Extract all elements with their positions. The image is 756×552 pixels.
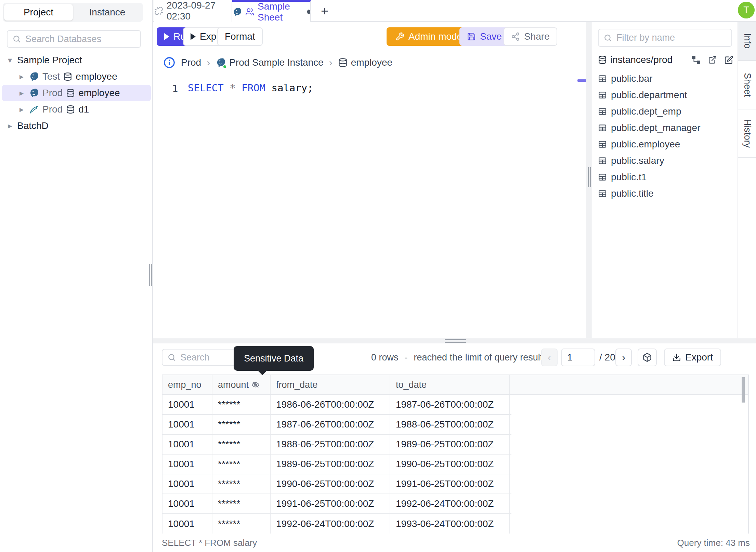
grid-scrollbar-thumb[interactable]: [742, 377, 745, 403]
cell[interactable]: 10001: [162, 415, 212, 434]
caret-right-icon[interactable]: ▸: [18, 105, 25, 114]
eye-off-icon[interactable]: [251, 381, 260, 389]
instance-label: Prod Sample Instance: [229, 57, 324, 68]
cell[interactable]: ******: [212, 415, 271, 434]
cell[interactable]: 1991-06-25T00:00:00Z: [390, 474, 510, 494]
export-button[interactable]: Export: [664, 349, 721, 366]
table-filter[interactable]: [598, 29, 732, 47]
cell[interactable]: ******: [212, 474, 271, 494]
tab-instance[interactable]: Instance: [73, 4, 142, 21]
cell[interactable]: ******: [212, 455, 271, 474]
tree-item-prod-d1[interactable]: ▸ Prod d1: [0, 101, 153, 118]
edit-icon[interactable]: [725, 55, 733, 64]
schema-diagram-icon[interactable]: [692, 55, 701, 64]
cell[interactable]: 1992-06-24T00:00:00Z: [271, 514, 390, 534]
table-filter-input[interactable]: [616, 32, 727, 43]
cell[interactable]: ******: [212, 494, 271, 513]
table-list-item[interactable]: public.department: [592, 87, 738, 103]
tab-sample-sheet[interactable]: Sample Sheet: [232, 0, 311, 22]
tree-item-sample-project[interactable]: ▾ Sample Project: [0, 52, 153, 68]
database-search-input[interactable]: [25, 34, 135, 44]
cell[interactable]: 1987-06-26T00:00:00Z: [271, 415, 390, 434]
tab-project[interactable]: Project: [4, 4, 73, 21]
share-button[interactable]: Share: [504, 27, 557, 46]
breadcrumb-database[interactable]: employee: [338, 57, 392, 68]
column-header[interactable]: from_date: [271, 375, 390, 394]
avatar[interactable]: T: [738, 2, 755, 18]
caret-right-icon[interactable]: ▸: [18, 72, 25, 81]
cell[interactable]: 1991-06-25T00:00:00Z: [271, 494, 390, 513]
database-search[interactable]: [7, 30, 141, 48]
format-label: Format: [225, 31, 255, 42]
sidebar-resize-handle[interactable]: [149, 264, 152, 286]
cell[interactable]: ******: [212, 514, 271, 534]
chevron-right-icon: ›: [329, 57, 333, 68]
cell[interactable]: 10001: [162, 395, 212, 414]
info-icon[interactable]: [163, 56, 175, 69]
cell[interactable]: 10001: [162, 514, 212, 534]
table-icon: [598, 189, 607, 198]
breadcrumb-instance[interactable]: Prod Sample Instance: [216, 57, 324, 68]
sql-editor[interactable]: 1 SELECT * FROM salary;: [153, 74, 586, 338]
query-time: Query time: 43 ms: [677, 538, 750, 548]
database-label: employee: [76, 71, 117, 82]
cell[interactable]: 1988-06-25T00:00:00Z: [271, 435, 390, 454]
cell[interactable]: 1990-06-25T00:00:00Z: [271, 474, 390, 494]
cell[interactable]: ******: [212, 395, 271, 414]
column-header[interactable]: to_date: [390, 375, 510, 394]
column-header[interactable]: amount: [212, 375, 271, 394]
breadcrumb-environment[interactable]: Prod: [181, 57, 201, 68]
tab-unsaved-sheet[interactable]: 2023-09-27 02:30: [154, 0, 232, 22]
cell[interactable]: ******: [212, 435, 271, 454]
cell[interactable]: 10001: [162, 494, 212, 513]
save-button[interactable]: Save: [459, 27, 509, 46]
caret-right-icon[interactable]: ▸: [6, 121, 14, 131]
cell[interactable]: 1993-06-24T00:00:00Z: [390, 514, 510, 534]
table-list-item[interactable]: public.dept_manager: [592, 120, 738, 136]
cell[interactable]: 1989-06-25T00:00:00Z: [271, 455, 390, 474]
caret-down-icon[interactable]: ▾: [6, 55, 14, 65]
format-button[interactable]: Format: [217, 27, 263, 46]
tab-info[interactable]: Info: [738, 22, 756, 61]
cell[interactable]: 1989-06-25T00:00:00Z: [390, 435, 510, 454]
panel-resize-handle[interactable]: [588, 167, 591, 187]
cell[interactable]: 1988-06-25T00:00:00Z: [390, 415, 510, 434]
caret-right-icon[interactable]: ▸: [18, 88, 25, 98]
page-total: / 20: [599, 349, 615, 366]
tree-item-test-employee[interactable]: ▸ Test employee: [0, 68, 153, 85]
results-resize-handle[interactable]: [445, 339, 466, 343]
tree-item-batchd[interactable]: ▸ BatchD: [0, 118, 153, 134]
tree-item-prod-employee[interactable]: ▸ Prod employee: [2, 85, 151, 101]
cell[interactable]: 1986-06-26T00:00:00Z: [271, 395, 390, 414]
package-icon: [642, 353, 652, 362]
prev-page-button[interactable]: ‹: [541, 349, 558, 366]
admin-mode-button[interactable]: Admin mode: [387, 27, 471, 46]
cell[interactable]: 10001: [162, 455, 212, 474]
table-list-item[interactable]: public.title: [592, 185, 738, 202]
table-list-item[interactable]: public.bar: [592, 70, 738, 87]
cell[interactable]: 10001: [162, 474, 212, 494]
page-number-input[interactable]: [561, 349, 595, 366]
next-page-button[interactable]: ›: [615, 349, 632, 366]
database-label: employee: [351, 57, 392, 68]
external-link-icon[interactable]: [708, 55, 717, 64]
new-tab-button[interactable]: +: [316, 3, 333, 19]
cell[interactable]: 1990-06-25T00:00:00Z: [390, 455, 510, 474]
cell[interactable]: 1987-06-26T00:00:00Z: [390, 395, 510, 414]
sheet-tab-bar: 2023-09-27 02:30 Sample Sheet +: [153, 0, 756, 22]
sql-code-line[interactable]: SELECT * FROM salary;: [188, 82, 313, 94]
limit-message: reached the limit of query results: [414, 352, 547, 363]
table-list-item[interactable]: public.t1: [592, 169, 738, 185]
table-list-item[interactable]: public.salary: [592, 153, 738, 169]
cell[interactable]: 1992-06-24T00:00:00Z: [390, 494, 510, 513]
tab-history[interactable]: History: [738, 109, 756, 158]
table-name: public.t1: [611, 172, 647, 183]
table-list-item[interactable]: public.dept_emp: [592, 103, 738, 120]
masking-cube-button[interactable]: [638, 349, 657, 366]
column-header[interactable]: emp_no: [162, 375, 212, 394]
table-list-item[interactable]: public.employee: [592, 136, 738, 153]
executed-statement: SELECT * FROM salary: [162, 538, 257, 548]
tab-sheet[interactable]: Sheet: [738, 61, 756, 109]
cell[interactable]: 10001: [162, 435, 212, 454]
side-tab-strip: Info Sheet History: [738, 22, 756, 338]
